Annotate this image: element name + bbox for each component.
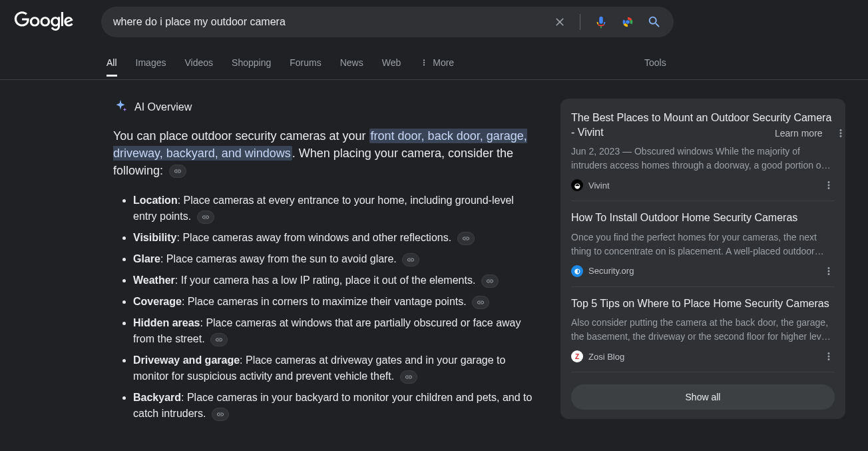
- citation-link-icon[interactable]: [400, 370, 417, 384]
- bullet-label: Hidden areas: [133, 317, 200, 328]
- bullet-text: : If your camera has a low IP rating, pl…: [175, 274, 476, 286]
- bullet-text: : Place cameras in corners to maximize t…: [182, 296, 467, 307]
- bullet-label: Location: [133, 195, 178, 206]
- sparkle-icon: [113, 99, 128, 115]
- bullet-label: Glare: [133, 253, 160, 264]
- citation-link-icon[interactable]: [212, 408, 229, 421]
- source-kebab-icon[interactable]: [823, 265, 835, 277]
- source-item[interactable]: How To Install Outdoor Home Security Cam…: [571, 211, 835, 287]
- source-title: The Best Places to Mount an Outdoor Secu…: [571, 111, 835, 139]
- tab-videos[interactable]: Videos: [184, 57, 213, 76]
- ai-bullet-item: Coverage: Place cameras in corners to ma…: [133, 294, 534, 310]
- citation-link-icon[interactable]: [481, 274, 499, 288]
- source-title: Top 5 Tips on Where to Place Home Securi…: [571, 296, 835, 311]
- ai-summary-text: You can place outdoor security cameras a…: [113, 127, 534, 179]
- search-bar: [101, 7, 674, 37]
- bullet-text: : Place cameras in your backyard to moni…: [133, 392, 532, 419]
- kebab-icon: [419, 58, 429, 67]
- favicon-icon: ◒: [571, 179, 583, 191]
- ai-bullet-item: Location: Place cameras at every entranc…: [133, 193, 534, 225]
- svg-point-0: [626, 20, 630, 24]
- citation-link-icon[interactable]: [457, 232, 475, 245]
- search-icon[interactable]: [647, 15, 662, 29]
- tab-images[interactable]: Images: [136, 57, 166, 76]
- google-logo[interactable]: [13, 11, 75, 33]
- search-tabs: All Images Videos Shopping Forums News W…: [107, 57, 454, 76]
- ai-summary-pre: You can place outdoor security cameras a…: [113, 129, 369, 143]
- citation-link-icon[interactable]: [472, 296, 489, 309]
- bullet-text: : Place cameras at every entrance to you…: [133, 195, 514, 222]
- source-snippet: Jun 2, 2023 — Obscured windows While the…: [571, 145, 835, 173]
- source-title: How To Install Outdoor Home Security Cam…: [571, 211, 835, 225]
- tab-more[interactable]: More: [419, 57, 454, 76]
- citation-link-icon[interactable]: [197, 211, 214, 224]
- search-header: [0, 0, 868, 37]
- source-kebab-icon[interactable]: [823, 350, 835, 362]
- image-search-icon[interactable]: [620, 15, 635, 29]
- source-item[interactable]: The Best Places to Mount an Outdoor Secu…: [571, 111, 835, 201]
- tab-shopping[interactable]: Shopping: [232, 57, 271, 76]
- citation-link-icon[interactable]: [169, 165, 186, 178]
- citation-link-icon[interactable]: [210, 333, 228, 346]
- tab-all[interactable]: All: [107, 57, 117, 76]
- main-content: AI Overview Learn more You can place out…: [0, 80, 868, 427]
- kebab-menu-icon[interactable]: [835, 127, 847, 139]
- ai-bullet-item: Driveway and garage: Place cameras at dr…: [133, 352, 534, 384]
- tab-more-label: More: [433, 57, 454, 68]
- search-bar-icons: [553, 14, 662, 30]
- ai-bullet-item: Backyard: Place cameras in your backyard…: [133, 390, 534, 422]
- tab-forums[interactable]: Forums: [290, 57, 321, 76]
- favicon-icon: ◐: [571, 265, 583, 277]
- bullet-label: Visibility: [133, 232, 177, 243]
- ai-bullet-list: Location: Place cameras at every entranc…: [113, 193, 534, 422]
- bullet-text: : Place cameras away from the sun to avo…: [160, 253, 397, 264]
- bullet-text: : Place cameras away from windows and ot…: [177, 232, 452, 243]
- source-date: Jun 2, 2023: [571, 146, 620, 157]
- voice-search-icon[interactable]: [594, 15, 608, 29]
- favicon-icon: Z: [571, 350, 583, 362]
- bullet-label: Backyard: [133, 392, 181, 403]
- show-all-button[interactable]: Show all: [571, 384, 835, 410]
- tools-button[interactable]: Tools: [644, 57, 666, 76]
- tab-news[interactable]: News: [340, 57, 363, 76]
- source-kebab-icon[interactable]: [823, 179, 835, 191]
- ai-overview-panel: AI Overview Learn more You can place out…: [113, 99, 534, 427]
- source-site: ZZosi Blog: [571, 350, 624, 362]
- ai-overview-header: AI Overview: [113, 99, 534, 115]
- source-site: ◐Security.org: [571, 265, 634, 277]
- separator: [580, 14, 580, 30]
- sources-panel: The Best Places to Mount an Outdoor Secu…: [560, 99, 845, 419]
- search-input[interactable]: [113, 16, 553, 28]
- bullet-label: Driveway and garage: [133, 354, 240, 366]
- clear-icon[interactable]: [553, 15, 566, 29]
- source-item[interactable]: Top 5 Tips on Where to Place Home Securi…: [571, 296, 835, 373]
- tab-web[interactable]: Web: [382, 57, 401, 76]
- ai-bullet-item: Weather: If your camera has a low IP rat…: [133, 272, 534, 288]
- source-site: ◒Vivint: [571, 179, 610, 191]
- bullet-label: Coverage: [133, 296, 182, 307]
- ai-bullet-item: Hidden areas: Place cameras at windows t…: [133, 315, 534, 347]
- citation-link-icon[interactable]: [402, 253, 419, 266]
- ai-bullet-item: Visibility: Place cameras away from wind…: [133, 230, 534, 246]
- ai-overview-title: AI Overview: [134, 101, 192, 113]
- search-tabs-row: All Images Videos Shopping Forums News W…: [0, 53, 868, 80]
- source-snippet: Once you find the perfect homes for your…: [571, 230, 835, 258]
- ai-bullet-item: Glare: Place cameras away from the sun t…: [133, 251, 534, 267]
- bullet-label: Weather: [133, 274, 175, 286]
- source-snippet: Also consider putting the camera at the …: [571, 316, 835, 344]
